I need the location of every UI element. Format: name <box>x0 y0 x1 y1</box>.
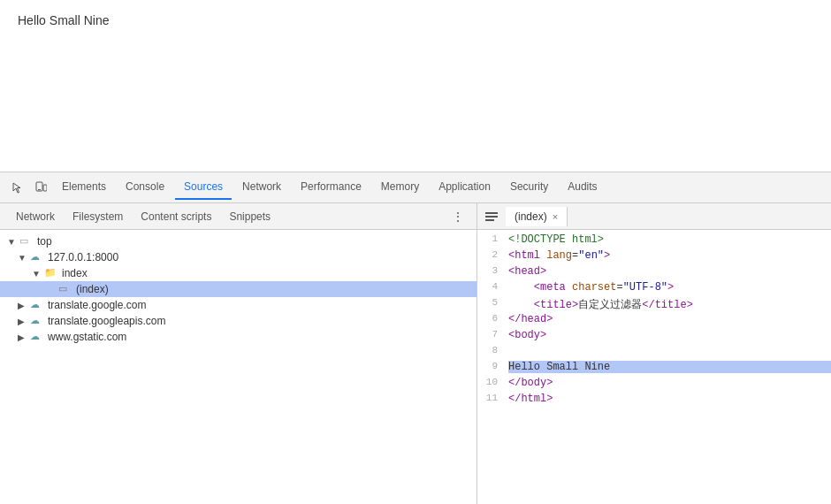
inspect-icon[interactable] <box>7 177 28 198</box>
line-content-7: <body> <box>508 329 831 341</box>
tree-arrow-gstatic: ▶ <box>18 332 28 342</box>
tree-arrow-top: ▼ <box>7 237 18 247</box>
browser-page: Hello Small Nine <box>0 0 831 172</box>
file-tree: ▼ ▭ top ▼ ☁ 127.0.0.1:8000 ▼ 📁 index <box>0 230 476 504</box>
tree-item-gstatic[interactable]: ▶ ☁ www.gstatic.com <box>0 329 476 345</box>
devtools-toolbar: Elements Console Sources Network Perform… <box>0 172 831 203</box>
tree-item-top[interactable]: ▼ ▭ top <box>0 233 476 249</box>
tree-item-translate-google[interactable]: ▶ ☁ translate.google.com <box>0 297 476 313</box>
line-num-7: 7 <box>477 329 508 340</box>
tab-application[interactable]: Application <box>430 175 499 200</box>
line-num-6: 6 <box>477 313 508 324</box>
tab-audits[interactable]: Audits <box>559 175 606 200</box>
svg-rect-1 <box>43 185 47 191</box>
code-content[interactable]: 1 <!DOCTYPE html> 2 <html lang="en"> 3 <… <box>477 230 831 504</box>
sub-tab-more-icon[interactable]: ⋮ <box>446 208 469 225</box>
tree-item-index-folder[interactable]: ▼ 📁 index <box>0 265 476 281</box>
line-content-5: <title>自定义过滤器</title> <box>508 297 831 312</box>
sub-tab-snippets[interactable]: Snippets <box>220 207 279 226</box>
tab-memory[interactable]: Memory <box>372 175 428 200</box>
line-num-1: 1 <box>477 233 508 244</box>
line-num-3: 3 <box>477 265 508 276</box>
line-num-9: 9 <box>477 361 508 371</box>
left-panel: Network Filesystem Content scripts Snipp… <box>0 203 477 504</box>
line-num-4: 4 <box>477 281 508 292</box>
line-num-2: 2 <box>477 249 508 260</box>
tab-sources[interactable]: Sources <box>175 175 232 200</box>
tree-label-index-folder: index <box>62 267 88 279</box>
cloud-icon-gstatic: ☁ <box>30 331 44 343</box>
tree-label-translate-apis: translate.googleapis.com <box>48 315 165 327</box>
tree-item-translate-apis[interactable]: ▶ ☁ translate.googleapis.com <box>0 313 476 329</box>
tree-item-server[interactable]: ▼ ☁ 127.0.0.1:8000 <box>0 249 476 265</box>
tree-arrow-translate: ▶ <box>18 301 28 310</box>
sub-tabs-bar: Network Filesystem Content scripts Snipp… <box>0 203 476 230</box>
code-tab-close-button[interactable]: × <box>553 211 558 222</box>
code-line-2: 2 <html lang="en"> <box>477 249 831 265</box>
line-content-10: </body> <box>508 377 831 389</box>
line-content-11: </html> <box>508 393 831 405</box>
right-panel: (index) × 1 <!DOCTYPE html> 2 <html lang… <box>477 203 831 504</box>
tree-label-translate-google: translate.google.com <box>48 299 146 311</box>
line-content-2: <html lang="en"> <box>508 249 831 262</box>
devtools-body: Network Filesystem Content scripts Snipp… <box>0 203 831 504</box>
code-line-7: 7 <body> <box>477 329 831 345</box>
code-tab-index[interactable]: (index) × <box>506 207 568 226</box>
tree-folder-icon: ▭ <box>19 235 34 248</box>
tree-label-server: 127.0.0.1:8000 <box>48 251 118 263</box>
tab-network[interactable]: Network <box>233 175 290 200</box>
sub-tab-content-scripts[interactable]: Content scripts <box>132 207 220 226</box>
code-line-10: 10 </body> <box>477 377 831 393</box>
code-line-4: 4 <meta charset="UTF-8"> <box>477 281 831 297</box>
svg-rect-4 <box>485 216 498 218</box>
cloud-icon-translate: ☁ <box>30 299 44 311</box>
tab-elements[interactable]: Elements <box>53 175 115 200</box>
code-line-5: 5 <title>自定义过滤器</title> <box>477 297 831 313</box>
tree-label-gstatic: www.gstatic.com <box>48 331 126 343</box>
tree-label-top: top <box>37 235 52 248</box>
tree-label-index-file: (index) <box>76 283 109 295</box>
tree-arrow-apis: ▶ <box>18 317 28 326</box>
line-num-11: 11 <box>477 393 508 403</box>
code-line-11: 11 </html> <box>477 393 831 409</box>
cloud-icon-server: ☁ <box>30 251 44 263</box>
code-nav-icon[interactable] <box>481 206 502 227</box>
tab-performance[interactable]: Performance <box>292 175 370 200</box>
tree-arrow-index: ▼ <box>32 269 42 279</box>
cloud-icon-apis: ☁ <box>30 315 44 327</box>
code-tab-bar: (index) × <box>477 203 831 230</box>
folder-icon-index: 📁 <box>44 267 58 279</box>
tree-arrow-server: ▼ <box>18 253 28 263</box>
line-content-3: <head> <box>508 265 831 278</box>
svg-rect-5 <box>485 219 494 221</box>
line-num-8: 8 <box>477 345 508 355</box>
code-tab-label: (index) <box>515 210 547 223</box>
code-line-9: 9 Hello Small Nine <box>477 361 831 377</box>
svg-rect-3 <box>485 212 498 214</box>
line-content-6: </head> <box>508 313 831 325</box>
code-line-3: 3 <head> <box>477 265 831 281</box>
code-line-6: 6 </head> <box>477 313 831 329</box>
tree-item-index-file[interactable]: ▶ ▭ (index) <box>0 281 476 297</box>
sub-tab-network[interactable]: Network <box>7 207 64 226</box>
file-icon-index: ▭ <box>58 283 72 295</box>
devtools-panel: Elements Console Sources Network Perform… <box>0 172 831 504</box>
device-icon[interactable] <box>30 177 51 198</box>
line-content-1: <!DOCTYPE html> <box>508 233 831 246</box>
code-line-1: 1 <!DOCTYPE html> <box>477 233 831 249</box>
tab-security[interactable]: Security <box>501 175 557 200</box>
line-num-5: 5 <box>477 297 508 308</box>
tab-console[interactable]: Console <box>117 175 173 200</box>
sub-tab-filesystem[interactable]: Filesystem <box>64 207 132 226</box>
line-num-10: 10 <box>477 377 508 387</box>
code-line-8: 8 <box>477 345 831 361</box>
line-content-4: <meta charset="UTF-8"> <box>508 281 831 294</box>
line-content-9: Hello Small Nine <box>508 361 831 373</box>
page-title: Hello Small Nine <box>18 13 109 27</box>
